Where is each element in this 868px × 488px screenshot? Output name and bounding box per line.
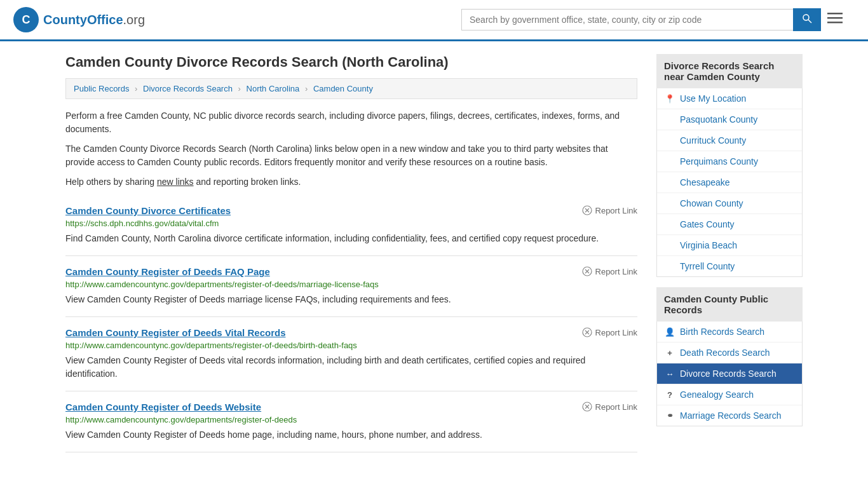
sidebar-records-item[interactable]: + Death Records Search (657, 342, 802, 363)
public-records-links: 👤 Birth Records Search + Death Records S… (656, 322, 803, 426)
report-icon (582, 402, 592, 412)
sidebar-records-item[interactable]: 👤 Birth Records Search (657, 322, 802, 342)
result-header: Camden County Register of Deeds FAQ Page… (65, 266, 637, 277)
sidebar-nearby-label: Virginia Beach (680, 240, 737, 250)
logo-icon: C (13, 6, 39, 33)
sidebar-nearby-item[interactable]: Pasquotank County (657, 109, 802, 130)
search-icon (802, 13, 812, 24)
search-button[interactable] (793, 8, 821, 31)
sidebar-records-label: Birth Records Search (680, 327, 764, 337)
result-url[interactable]: https://schs.dph.ncdhhs.gov/data/vital.c… (65, 219, 637, 228)
svg-rect-4 (827, 13, 843, 15)
desc-para-3-before: Help others by sharing (65, 177, 157, 187)
breadcrumb-sep-2: › (238, 84, 241, 93)
search-input[interactable] (461, 9, 793, 30)
report-icon (582, 205, 592, 215)
sidebar-nearby-item[interactable]: Chesapeake (657, 172, 802, 193)
report-icon (582, 327, 592, 337)
result-item: Camden County Divorce Certificates Repor… (65, 195, 637, 256)
result-header: Camden County Register of Deeds Vital Re… (65, 327, 637, 338)
breadcrumb-north-carolina[interactable]: North Carolina (247, 84, 300, 93)
sidebar-nearby-item[interactable]: 📍Use My Location (657, 88, 802, 109)
svg-rect-5 (827, 17, 843, 19)
breadcrumb-public-records[interactable]: Public Records (74, 84, 129, 93)
sidebar-nearby-item[interactable]: Perquimans County (657, 151, 802, 172)
sidebar-nearby-item[interactable]: Gates County (657, 214, 802, 235)
search-bar (461, 8, 843, 31)
report-link[interactable]: Report Link (582, 327, 637, 337)
result-header: Camden County Divorce Certificates Repor… (65, 205, 637, 216)
result-item: Camden County Register of Deeds Website … (65, 391, 637, 452)
breadcrumb-camden-county[interactable]: Camden County (313, 84, 373, 93)
svg-line-3 (808, 20, 811, 23)
result-desc: Find Camden County, North Carolina divor… (65, 232, 637, 245)
main-container: Camden County Divorce Records Search (No… (53, 41, 815, 465)
sidebar-records-label: Marriage Records Search (680, 410, 782, 421)
sidebar-nearby-label: Currituck County (680, 135, 746, 146)
result-desc: View Camden County Register of Deeds mar… (65, 293, 637, 306)
result-header: Camden County Register of Deeds Website … (65, 402, 637, 412)
sidebar-records-label: Death Records Search (680, 348, 770, 358)
sidebar: Divorce Records Search near Camden Count… (656, 54, 803, 452)
desc-para-2: The Camden County Divorce Records Search… (65, 142, 637, 169)
birth-icon: 👤 (665, 327, 675, 337)
hamburger-icon (827, 13, 843, 24)
death-icon: + (665, 348, 675, 358)
sidebar-nearby-label: Use My Location (680, 93, 746, 104)
svg-rect-6 (827, 22, 843, 24)
sidebar-records-item[interactable]: ↔ Divorce Records Search (657, 363, 802, 384)
sidebar-nearby-label: Perquimans County (680, 156, 758, 166)
menu-icon[interactable] (827, 11, 843, 28)
genealogy-icon: ? (665, 390, 675, 400)
desc-para-3: Help others by sharing new links and rep… (65, 175, 637, 189)
logo-text: CountyOffice.org (43, 13, 145, 27)
location-icon: 📍 (665, 94, 675, 104)
result-url[interactable]: http://www.camdencountync.gov/department… (65, 341, 637, 350)
description: Perform a free Camden County, NC public … (65, 109, 637, 189)
sidebar-nearby-item[interactable]: Currituck County (657, 130, 802, 151)
desc-para-1: Perform a free Camden County, NC public … (65, 109, 637, 136)
report-link[interactable]: Report Link (582, 402, 637, 412)
result-item: Camden County Register of Deeds Vital Re… (65, 317, 637, 391)
result-title[interactable]: Camden County Register of Deeds Vital Re… (65, 327, 285, 338)
result-url[interactable]: http://www.camdencountync.gov/department… (65, 280, 637, 289)
desc-para-3-after: and reporting broken links. (194, 177, 301, 187)
nearby-links: 📍Use My LocationPasquotank CountyCurritu… (656, 88, 803, 277)
result-url[interactable]: http://www.camdencountync.gov/department… (65, 415, 637, 424)
sidebar-nearby-label: Gates County (680, 219, 735, 229)
breadcrumb-sep-3: › (305, 84, 308, 93)
svg-point-2 (803, 15, 809, 20)
result-title[interactable]: Camden County Register of Deeds Website (65, 402, 261, 412)
page-title: Camden County Divorce Records Search (No… (65, 54, 637, 71)
result-title[interactable]: Camden County Register of Deeds FAQ Page (65, 266, 270, 277)
sidebar-nearby-item[interactable]: Chowan County (657, 193, 802, 214)
breadcrumb-sep-1: › (135, 84, 137, 93)
nearby-header: Divorce Records Search near Camden Count… (656, 54, 803, 88)
sidebar-records-item[interactable]: ? Genealogy Search (657, 384, 802, 405)
sidebar-nearby-label: Chowan County (680, 198, 743, 208)
report-link[interactable]: Report Link (582, 266, 637, 276)
breadcrumb-divorce-records-search[interactable]: Divorce Records Search (143, 84, 233, 93)
header: C CountyOffice.org (0, 0, 868, 41)
breadcrumb: Public Records › Divorce Records Search … (65, 78, 637, 99)
sidebar-nearby-item[interactable]: Tyrrell County (657, 256, 802, 276)
result-item: Camden County Register of Deeds FAQ Page… (65, 256, 637, 317)
divorce-icon: ↔ (665, 369, 675, 379)
result-desc: View Camden County Register of Deeds hom… (65, 428, 637, 442)
report-link[interactable]: Report Link (582, 205, 637, 215)
sidebar-nearby-label: Tyrrell County (680, 261, 735, 271)
svg-text:C: C (22, 13, 31, 26)
new-links-link[interactable]: new links (157, 177, 194, 187)
logo-area: C CountyOffice.org (13, 6, 145, 33)
content: Camden County Divorce Records Search (No… (65, 54, 637, 452)
sidebar-nearby-label: Chesapeake (680, 177, 730, 187)
result-title[interactable]: Camden County Divorce Certificates (65, 205, 231, 216)
marriage-icon: ⚭ (665, 411, 675, 421)
public-records-header: Camden County Public Records (656, 287, 803, 322)
sidebar-nearby-label: Pasquotank County (680, 114, 757, 125)
results: Camden County Divorce Certificates Repor… (65, 195, 637, 452)
sidebar-records-label: Genealogy Search (680, 390, 754, 400)
sidebar-nearby-item[interactable]: Virginia Beach (657, 235, 802, 256)
sidebar-records-item[interactable]: ⚭ Marriage Records Search (657, 405, 802, 426)
result-desc: View Camden County Register of Deeds vit… (65, 354, 637, 381)
